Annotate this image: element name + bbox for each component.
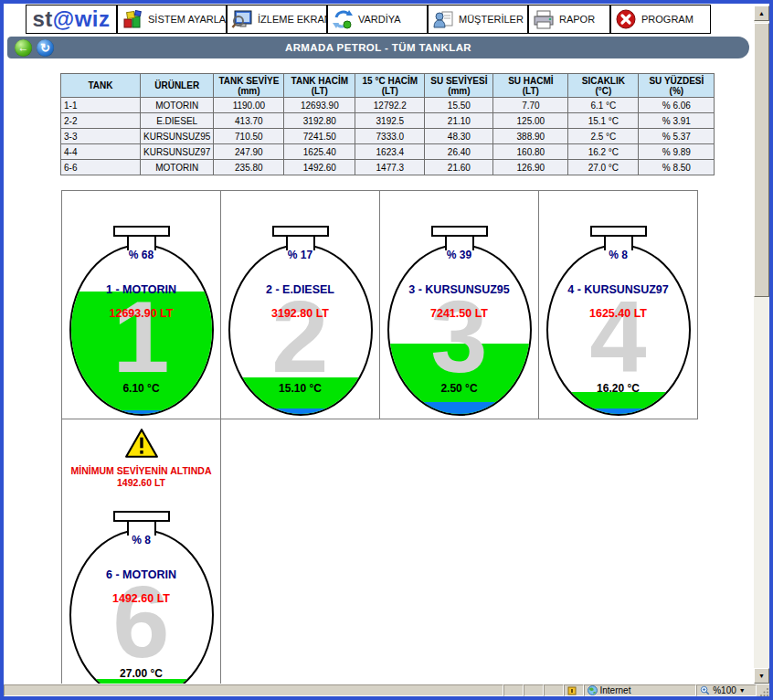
tank-cap	[113, 511, 170, 522]
col-header: SU YÜZDESİ(%)	[639, 74, 715, 98]
tank-cell-1: 1 % 68 1 - MOTORIN 12693.90 LT 6.10 °C	[61, 190, 221, 419]
blocks-icon	[122, 8, 143, 30]
col-header: TANK HACİM(LT)	[284, 74, 355, 98]
cell: 16.2 °C	[568, 144, 639, 160]
tank-volume: 1625.40 LT	[539, 307, 697, 320]
col-header: TANK	[61, 74, 141, 98]
cell: 1190.00	[214, 98, 284, 113]
cell: 12792.2	[355, 98, 425, 113]
tank-temp: 16.20 °C	[539, 382, 697, 395]
cell: 388.90	[493, 129, 568, 144]
table-row: 3-3KURSUNSUZ95710.507241.507333.048.3038…	[61, 129, 715, 144]
cell: % 6.06	[639, 98, 715, 113]
tank-data-table: TANK ÜRÜNLER TANK SEVİYE(mm) TANK HACİM(…	[60, 73, 715, 175]
table-header-row: TANK ÜRÜNLER TANK SEVİYE(mm) TANK HACİM(…	[61, 74, 715, 98]
menu-item-program[interactable]: PROGRAM	[610, 5, 711, 34]
col-header: SU HACMİ(LT)	[493, 74, 568, 98]
menu-item-label: İZLEME EKRANI	[258, 14, 334, 25]
tank-name: 6 - MOTORIN	[62, 568, 220, 581]
cell: 6-6	[61, 160, 141, 175]
status-pane	[503, 684, 524, 696]
printer-icon	[533, 8, 555, 30]
menu-item-musteriler[interactable]: MÜŞTERİLER	[428, 5, 528, 34]
status-zone-pane: Internet	[584, 684, 697, 696]
monitor-search-icon	[231, 8, 253, 30]
cell: 1492.60	[284, 160, 355, 175]
tank-number: 6	[71, 531, 212, 684]
status-security-pane	[564, 684, 584, 696]
cell: 15.1 °C	[568, 113, 639, 129]
tank-volume: 7241.50 LT	[380, 307, 538, 320]
tank-cap	[272, 226, 329, 237]
menu-item-rapor[interactable]: RAPOR	[528, 5, 610, 34]
cell: 21.10	[425, 113, 493, 129]
down-arrow-icon: ▼	[758, 673, 765, 679]
col-header: ÜRÜNLER	[141, 74, 214, 98]
top-toolbar: st@wiz SİSTEM AYARLARI İZLEME EKRANI	[4, 4, 751, 37]
menu-item-label: MÜŞTERİLER	[459, 14, 524, 25]
table-row: 1-1MOTORIN1190.0012693.9012792.215.507.7…	[61, 98, 715, 113]
page-title-bar: ← ↻ ARMADA PETROL - TÜM TANKLAR	[7, 37, 749, 58]
tank-cell-4: 4 % 8 4 - KURSUNSUZ97 1625.40 LT 16.20 °…	[538, 190, 698, 419]
cell: 4-4	[61, 144, 141, 160]
zoom-dropdown-caret-icon: ▼	[739, 687, 746, 694]
col-header: SICAKLIK(°C)	[568, 74, 639, 98]
status-main-pane	[4, 684, 503, 696]
scroll-down-button[interactable]: ▼	[754, 668, 769, 684]
close-x-icon	[615, 8, 637, 30]
cell: 160.80	[493, 144, 568, 160]
status-zoom-control[interactable]: %100 ▼	[696, 684, 757, 696]
stawiz-logo: st@wiz	[26, 5, 117, 34]
cell: 15.50	[425, 98, 493, 113]
vertical-scrollbar[interactable]: ▲ ▼	[754, 5, 769, 684]
warning-text: MİNİMUM SEVİYENİN ALTINDA	[62, 465, 220, 476]
cell: 1-1	[61, 98, 141, 113]
cell: 1625.40	[284, 144, 355, 160]
cell: 710.50	[214, 129, 284, 144]
tank-volume: 3192.80 LT	[221, 307, 379, 320]
cell: 413.70	[214, 113, 284, 129]
logo-text-wiz: @wiz	[53, 6, 111, 32]
app-window: st@wiz SİSTEM AYARLARI İZLEME EKRANI	[4, 4, 769, 696]
tank-cell-3: 3 % 39 3 - KURSUNSUZ95 7241.50 LT 2.50 °…	[379, 190, 539, 419]
tank-cell-2: 2 % 17 2 - E.DIESEL 3192.80 LT 15.10 °C	[220, 190, 380, 419]
cell: 21.60	[425, 160, 493, 175]
menu-item-izleme-ekrani[interactable]: İZLEME EKRANI	[227, 5, 327, 34]
col-header: TANK SEVİYE(mm)	[214, 74, 284, 98]
status-pane	[544, 684, 564, 696]
menu-item-sistem-ayarlari[interactable]: SİSTEM AYARLARI	[117, 5, 227, 34]
tank-volume: 1492.60 LT	[62, 592, 220, 605]
customer-icon	[432, 8, 454, 30]
cell: KURSUNSUZ97	[141, 144, 214, 160]
tank-name: 3 - KURSUNSUZ95	[380, 283, 538, 296]
cell: 125.00	[493, 113, 568, 129]
zoom-magnifier-icon	[700, 685, 710, 695]
menu-item-label: VARDİYA	[358, 14, 401, 25]
cell: 247.90	[214, 144, 284, 160]
cell: 3192.5	[355, 113, 425, 129]
scroll-up-button[interactable]: ▲	[754, 5, 769, 21]
menu-item-vardiya[interactable]: VARDİYA	[327, 5, 428, 34]
col-header: 15 °C HACİM(LT)	[355, 74, 425, 98]
tank-cell-6: MİNİMUM SEVİYENİN ALTINDA 1492.60 LT 6 %…	[61, 419, 221, 684]
tank-grid: 1 % 68 1 - MOTORIN 12693.90 LT 6.10 °C	[61, 190, 698, 684]
cell: 12693.90	[284, 98, 355, 113]
logo-text-st: st	[32, 6, 52, 32]
tank-cap	[431, 226, 488, 237]
resize-grip-icon	[760, 687, 769, 696]
up-arrow-icon: ▲	[758, 10, 765, 16]
menu-item-label: PROGRAM	[641, 14, 694, 25]
warning-icon	[124, 428, 159, 459]
scrollbar-thumb[interactable]	[754, 23, 769, 297]
cell: 1623.4	[355, 144, 425, 160]
zone-label: Internet	[600, 685, 631, 695]
tank-name: 4 - KURSUNSUZ97	[539, 283, 697, 296]
tank-percent: % 39	[380, 249, 538, 261]
status-bar: Internet %100 ▼	[4, 684, 769, 696]
cell: MOTORIN	[141, 160, 214, 175]
cell: 26.40	[425, 144, 493, 160]
cell: 7241.50	[284, 129, 355, 144]
warning-value: 1492.60 LT	[62, 477, 220, 488]
cell: % 8.50	[639, 160, 715, 175]
col-header: SU SEVİYESİ(mm)	[425, 74, 493, 98]
